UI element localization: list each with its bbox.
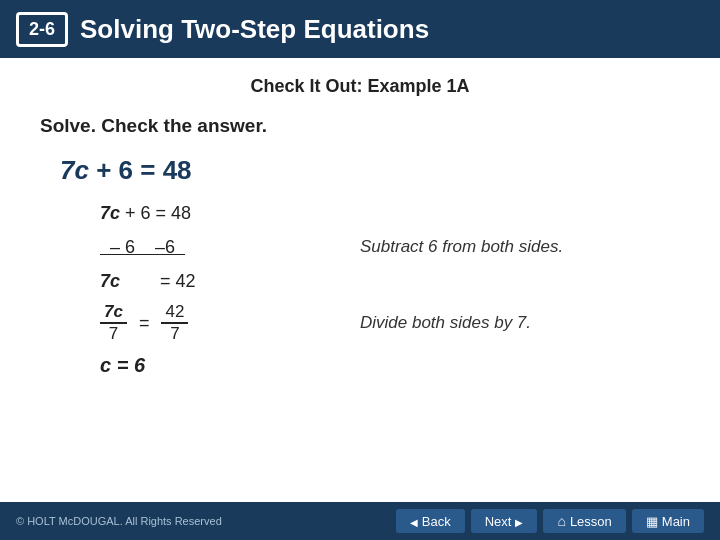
numerator-left: 7c: [100, 302, 127, 324]
lesson-label: Lesson: [570, 514, 612, 529]
instruction: Solve. Check the answer.: [40, 115, 680, 137]
subtitle: Check It Out: Example 1A: [40, 76, 680, 97]
step-math-2: – 6 –6: [100, 237, 320, 258]
main-button[interactable]: Main: [632, 509, 704, 533]
main-label: Main: [662, 514, 690, 529]
step-row-3: 7c = 42: [100, 264, 680, 298]
next-button[interactable]: Next: [471, 509, 538, 533]
equals-sign: =: [139, 313, 150, 334]
lesson-badge: 2-6: [16, 12, 68, 47]
main-content: Check It Out: Example 1A Solve. Check th…: [0, 58, 720, 387]
lesson-button[interactable]: Lesson: [543, 509, 625, 533]
denominator-left: 7: [105, 324, 122, 344]
main-equation: 7c + 6 = 48: [60, 155, 680, 186]
back-label: Back: [422, 514, 451, 529]
numerator-right: 42: [161, 302, 188, 324]
next-arrow-icon: [515, 514, 523, 529]
fraction-step: 7c 7 = 42 7 Divide both sides by 7.: [100, 298, 680, 348]
fraction-math: 7c 7 = 42 7: [100, 302, 320, 344]
step-math-1: 7c + 6 = 48: [100, 203, 320, 224]
denominator-right: 7: [166, 324, 183, 344]
header-title: Solving Two-Step Equations: [80, 14, 429, 45]
copyright: © HOLT McDOUGAL. All Rights Reserved: [16, 515, 222, 527]
result: c = 6: [100, 354, 680, 377]
footer-nav: Back Next Lesson Main: [396, 509, 704, 533]
step-math-3: 7c = 42: [100, 271, 320, 292]
header: 2-6 Solving Two-Step Equations: [0, 0, 720, 58]
back-button[interactable]: Back: [396, 509, 465, 533]
lesson-home-icon: [557, 513, 565, 529]
steps-container: 7c + 6 = 48 – 6 –6 Subtract 6 from both …: [100, 196, 680, 298]
footer: © HOLT McDOUGAL. All Rights Reserved Bac…: [0, 502, 720, 540]
step-row-2: – 6 –6 Subtract 6 from both sides.: [100, 230, 680, 264]
fraction-explanation: Divide both sides by 7.: [360, 313, 531, 333]
step-explanation-2: Subtract 6 from both sides.: [360, 237, 563, 257]
next-label: Next: [485, 514, 512, 529]
back-arrow-icon: [410, 514, 418, 529]
step-row-1: 7c + 6 = 48: [100, 196, 680, 230]
fraction-left: 7c 7: [100, 302, 127, 344]
main-grid-icon: [646, 514, 658, 529]
fraction-right: 42 7: [161, 302, 188, 344]
